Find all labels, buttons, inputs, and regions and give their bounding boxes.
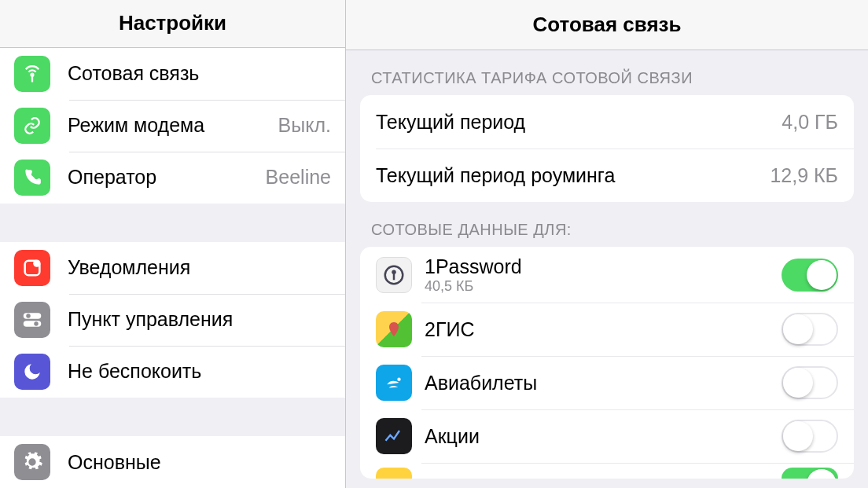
app-toggle-stocks[interactable]: [782, 420, 838, 453]
sidebar-item-general[interactable]: Основные: [0, 436, 345, 488]
svg-point-10: [397, 378, 400, 381]
svg-rect-4: [24, 321, 42, 327]
sidebar-group-network: Сотовая связь Режим модема Выкл. Операто…: [0, 48, 345, 204]
detail-header: Сотовая связь: [346, 0, 868, 50]
apps-section-header: СОТОВЫЕ ДАННЫЕ ДЛЯ:: [346, 202, 868, 247]
svg-point-2: [33, 259, 40, 266]
stat-current-period[interactable]: Текущий период 4,0 ГБ: [360, 95, 854, 149]
sidebar-item-label: Сотовая связь: [68, 62, 331, 85]
svg-rect-9: [393, 273, 395, 280]
sidebar-group-system: Уведомления Пункт управления Не беспокои…: [0, 242, 345, 398]
sidebar-item-label: Пункт управления: [68, 308, 331, 331]
app-icon-stocks: [376, 418, 412, 454]
app-row-flights: Авиабилеты: [360, 356, 854, 409]
stat-label: Текущий период: [376, 111, 782, 134]
stat-label: Текущий период роуминга: [376, 164, 770, 187]
sidebar-item-notifications[interactable]: Уведомления: [0, 242, 345, 294]
app-usage: 40,5 КБ: [425, 278, 782, 295]
stat-value: 12,9 КБ: [770, 164, 838, 187]
sidebar-group-general: Основные: [0, 436, 345, 488]
notification-icon: [14, 250, 50, 286]
sidebar-item-label: Оператор: [68, 166, 266, 189]
app-name: 1Password: [425, 255, 782, 278]
app-row-2gis: 2ГИС: [360, 303, 854, 356]
stat-value: 4,0 ГБ: [782, 111, 838, 134]
sidebar-item-value: Beeline: [266, 166, 331, 189]
moon-icon: [14, 354, 50, 390]
app-toggle-1password[interactable]: [782, 259, 838, 292]
app-name: 2ГИС: [425, 317, 782, 341]
apps-group: 1Password 40,5 КБ 2ГИС Авиабилеты: [360, 247, 854, 479]
app-toggle-2gis[interactable]: [782, 313, 838, 346]
detail-panel: Сотовая связь СТАТИСТИКА ТАРИФА СОТОВОЙ …: [346, 0, 868, 488]
detail-title: Сотовая связь: [533, 13, 682, 37]
sidebar-title: Настройки: [119, 11, 226, 35]
sidebar-item-label: Основные: [68, 451, 331, 474]
toggles-icon: [14, 302, 50, 338]
sidebar-item-hotspot[interactable]: Режим модема Выкл.: [0, 100, 345, 152]
sidebar-item-label: Режим модема: [68, 114, 278, 137]
sidebar-header: Настройки: [0, 0, 345, 48]
sidebar-item-carrier[interactable]: Оператор Beeline: [0, 152, 345, 204]
app-toggle-partial[interactable]: [782, 468, 838, 479]
svg-rect-3: [24, 313, 42, 319]
app-row-stocks: Акции: [360, 409, 854, 463]
link-icon: [14, 108, 50, 144]
sidebar-item-control-center[interactable]: Пункт управления: [0, 294, 345, 346]
app-toggle-flights[interactable]: [782, 366, 838, 399]
sidebar-item-label: Не беспокоить: [68, 360, 331, 383]
sidebar-item-cellular[interactable]: Сотовая связь: [0, 48, 345, 100]
app-name: Авиабилеты: [425, 371, 782, 394]
sidebar-item-dnd[interactable]: Не беспокоить: [0, 346, 345, 398]
svg-point-0: [31, 73, 34, 75]
app-icon-partial: [376, 468, 412, 479]
gear-icon: [14, 444, 50, 480]
stat-roaming-period[interactable]: Текущий период роуминга 12,9 КБ: [360, 149, 854, 202]
app-row-partial: [360, 463, 854, 479]
sidebar: Настройки Сотовая связь Режим модема Вык…: [0, 0, 346, 488]
sidebar-item-label: Уведомления: [68, 256, 331, 279]
svg-point-5: [26, 314, 31, 318]
sidebar-item-value: Выкл.: [278, 114, 331, 137]
app-name: Акции: [425, 424, 782, 448]
svg-point-6: [34, 321, 39, 326]
phone-icon: [14, 160, 50, 196]
app-icon-1password: [376, 257, 412, 293]
stats-section-header: СТАТИСТИКА ТАРИФА СОТОВОЙ СВЯЗИ: [346, 50, 868, 95]
stats-group: Текущий период 4,0 ГБ Текущий период роу…: [360, 95, 854, 202]
app-icon-2gis: [376, 311, 412, 347]
app-icon-skyscanner: [376, 365, 412, 401]
antenna-icon: [14, 56, 50, 92]
app-row-1password: 1Password 40,5 КБ: [360, 247, 854, 303]
